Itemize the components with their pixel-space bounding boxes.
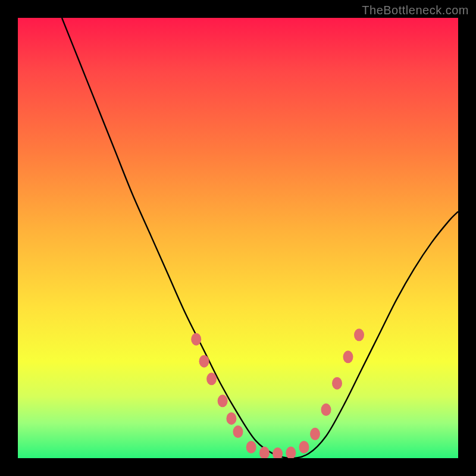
curve-marker xyxy=(299,441,309,453)
curve-marker xyxy=(233,425,243,438)
curve-marker xyxy=(321,403,331,416)
curve-markers xyxy=(191,328,364,458)
curve-marker xyxy=(259,447,270,458)
watermark-text: TheBottleneck.com xyxy=(362,4,469,17)
curve-marker xyxy=(332,377,342,390)
chart-frame: TheBottleneck.com xyxy=(0,0,476,476)
curve-marker xyxy=(354,328,364,341)
curve-marker xyxy=(246,441,256,453)
curve-marker xyxy=(286,447,296,458)
curve-marker xyxy=(343,350,353,363)
curve-marker xyxy=(218,394,228,407)
bottleneck-curve xyxy=(62,18,458,458)
curve-marker xyxy=(273,447,283,458)
curve-marker xyxy=(206,372,217,385)
chart-plot-area xyxy=(18,18,458,458)
curve-marker xyxy=(199,355,209,368)
curve-marker xyxy=(310,428,320,440)
curve-marker xyxy=(191,333,201,346)
curve-marker xyxy=(226,412,236,425)
chart-svg xyxy=(18,18,458,458)
